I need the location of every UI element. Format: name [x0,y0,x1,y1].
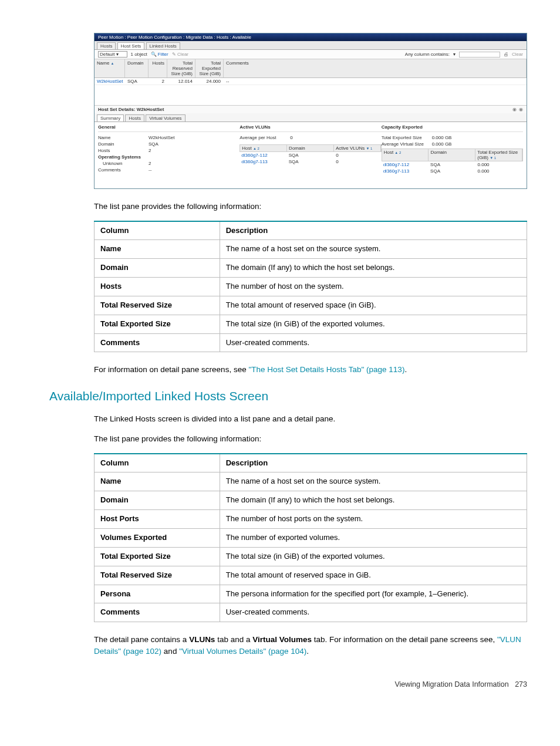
vluns-domain: SQA [287,152,334,158]
cap-tes-v: 0.000 GB [432,135,452,140]
col-comments[interactable]: Comments [224,59,527,77]
heading-linked-hosts: Available/Imported Linked Hosts Screen [49,387,527,405]
vluns-host[interactable]: dl360g7-113 [239,158,286,165]
table-row: CommentsUser-created comments. [95,333,527,352]
cell-column: Volumes Exported [95,528,220,547]
gen-comments-k: Comments [98,167,149,173]
subtab-hosts[interactable]: Hosts [125,114,144,121]
gen-unknown-k: Unknown [98,161,149,166]
row-name[interactable]: W2kHostSet [95,78,125,85]
outro-vluns-bold: VLUNs [189,635,215,644]
cap-row: dl360g7-112 SQA 0.000 [382,161,523,168]
row-trs: 12.014 [167,78,195,85]
cell-column: Total Exported Size [95,315,220,333]
gen-os-k: Operating Systems [98,154,149,160]
vluns-panel: Active VLUNs Average per Host0 Host ▲ 2 … [239,124,381,174]
cap-avs-v: 0.000 GB [432,141,452,147]
filter-select[interactable]: Default ▾ [98,51,127,58]
outro-suffix: . [306,647,309,656]
cell-description: The number of exported volumes. [220,528,527,547]
capacity-header: Capacity Exported [382,124,523,132]
tab-hosts[interactable]: Hosts [97,42,116,49]
toolbar: Default ▾ 1 object 🔍 Filter ✎ Clear Any … [95,50,527,59]
search-input[interactable] [459,52,500,58]
gen-domain-v: SQA [149,141,158,147]
table-row: Total Exported SizeThe total size (in Gi… [95,315,527,333]
col-total-exported-size[interactable]: Total Exported Size (GiB) [195,59,224,77]
capacity-panel: Capacity Exported Total Exported Size0.0… [382,124,523,174]
gen-domain-k: Domain [98,141,149,147]
cell-description: The total amount of reserved space in Gi… [220,566,527,585]
cap-col-host[interactable]: Host ▲ 2 [382,149,429,161]
document-body: The list pane provides the following inf… [94,201,527,657]
page-footer: Viewing Migration Data Information 273 [0,680,527,688]
cell-column: Total Reserved Size [95,296,220,315]
vluns-avg-k: Average per Host [239,135,290,140]
tab-linked-hosts[interactable]: Linked Hosts [146,42,180,49]
gen-name-v: W2kHostSet [149,135,174,140]
table-row: Host PortsThe number of host ports on th… [95,510,527,529]
vluns-domain: SQA [287,158,334,165]
cell-column: Total Exported Size [95,547,220,566]
next-icon[interactable]: ◉ [519,107,523,112]
vluns-host[interactable]: dl360g7-112 [239,152,286,158]
outro-mid2: tab. For information on the detail pane … [312,635,497,644]
col-domain[interactable]: Domain [125,59,149,77]
vluns-table-header: Host ▲ 2 Domain Active VLUNs ▼ 1 [239,144,381,152]
table-row: DomainThe domain (If any) to which the h… [95,259,527,278]
footer-text: Viewing Migration Data Information [394,680,508,688]
cap-host[interactable]: dl360g7-113 [382,168,429,174]
table-row: Total Reserved SizeThe total amount of r… [95,566,527,585]
detail-pane-crossref: For information on detail pane screens, … [94,364,527,376]
prev-icon[interactable]: ◉ [512,107,517,112]
table-row: CommentsUser-created comments. [95,603,527,622]
link-host-set-details[interactable]: "The Host Set Details Hosts Tab" (page 1… [248,365,404,374]
link-virtual-volumes-details[interactable]: "Virtual Volumes Details" (page 104) [179,647,306,656]
table-row: Total Exported SizeThe total size (in Gi… [95,547,527,566]
cell-column: Comments [95,603,220,622]
vluns-col-active[interactable]: Active VLUNs ▼ 1 [334,145,381,151]
cap-col-size[interactable]: Total Exported Size (GiB) ▼ 1 [475,149,522,161]
intro-text: The list pane provides the following inf… [94,201,527,212]
col-hosts[interactable]: Hosts [149,59,167,77]
object-count-label: 1 object [131,52,147,57]
search-dropdown-icon[interactable]: ▾ [453,52,456,57]
vluns-count: 0 [334,152,381,158]
vluns-col-domain[interactable]: Domain [287,145,334,151]
tab-host-sets[interactable]: Host Sets [117,42,145,49]
top-tabstrip: Hosts Host Sets Linked Hosts [95,41,527,50]
row-domain: SQA [125,78,149,85]
cell-column: Domain [95,259,220,278]
outro-mid1: tab and a [215,635,252,644]
clear-search-button[interactable]: Clear [512,52,523,57]
cell-description: The total size (in GiB) of the exported … [220,547,527,566]
filter-link[interactable]: 🔍 Filter [151,52,168,57]
list-row[interactable]: W2kHostSet SQA 2 12.014 24.000 -- [95,78,527,85]
screenshot-container: Peer Motion : Peer Motion Configuration … [94,33,527,189]
vluns-avg-v: 0 [290,135,292,140]
outro-mid3: and [161,647,179,656]
table-row: PersonaThe persona information for the s… [95,585,527,603]
vluns-col-host[interactable]: Host ▲ 2 [240,145,287,151]
gen-unknown-v: 2 [149,161,151,166]
cap-host[interactable]: dl360g7-112 [382,161,429,168]
clear-button[interactable]: ✎ Clear [172,52,188,57]
cap-col-domain[interactable]: Domain [429,149,475,161]
col-name[interactable]: Name ▲ [95,59,125,77]
table-list-pane-columns-2: Column Description NameThe name of a hos… [94,453,527,623]
page-number: 273 [515,680,527,688]
row-comments: -- [224,78,527,85]
row-tes: 24.000 [195,78,224,85]
section-body-2: The list pane provides the following inf… [94,433,527,445]
print-icon[interactable]: 🖨 [504,52,508,57]
cell-column: Domain [95,491,220,510]
cell-description: The total size (in GiB) of the exported … [220,315,527,333]
cap-size: 0.000 [476,168,523,174]
subtab-summary[interactable]: Summary [97,114,124,121]
general-panel: General NameW2kHostSet DomainSQA Hosts2 … [98,124,239,174]
window-title: Peer Motion : Peer Motion Configuration … [95,33,527,41]
col-total-reserved-size[interactable]: Total Reserved Size (GiB) [167,59,195,77]
outro-prefix: The detail pane contains a [94,635,189,644]
subtab-virtual-volumes[interactable]: Virtual Volumes [146,114,185,121]
crossref-suffix: . [404,365,407,374]
